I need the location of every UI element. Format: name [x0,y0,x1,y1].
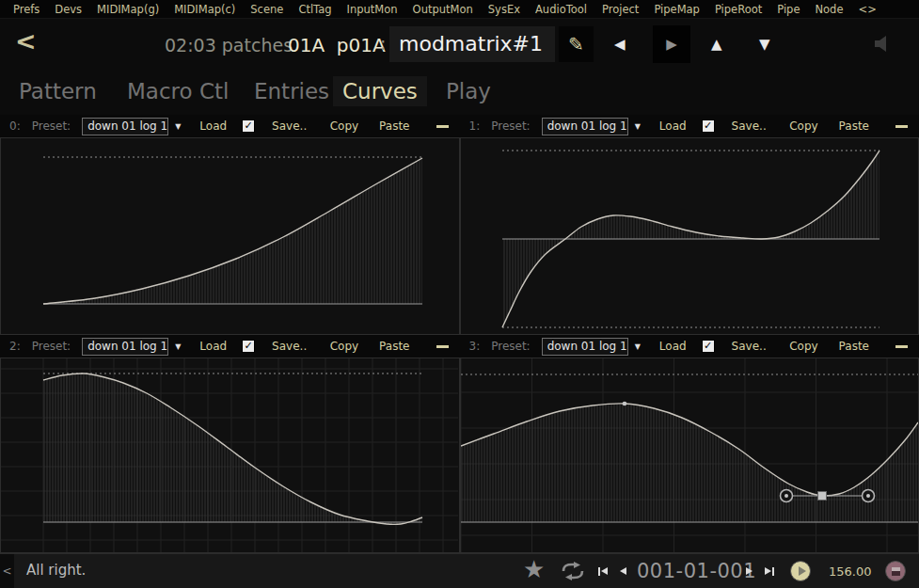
minimize-button[interactable] [436,125,449,128]
speaker-muted-icon[interactable] [875,36,888,56]
curve-editor-3[interactable] [460,358,919,553]
status-message: All right. [26,562,86,579]
chevron-down-icon[interactable]: ▼ [175,122,181,131]
curve-index-label: 0: [9,119,21,133]
loop-icon[interactable] [561,562,585,584]
curve-canvas-row-1 [0,137,919,335]
menu-midimap-c[interactable]: MIDIMap(c) [166,3,243,16]
next-patch-icon: ▶ [666,36,677,53]
preset-value: down 01 log 1 [87,340,167,353]
skip-to-end-icon[interactable] [765,567,774,576]
save-button[interactable]: Save.. [272,340,307,353]
rename-button[interactable]: ✎ [559,26,594,62]
load-button[interactable]: Load [199,119,227,133]
copy-button[interactable]: Copy [330,340,358,353]
save-button[interactable]: Save.. [732,340,767,353]
chevron-down-icon[interactable]: ▼ [635,122,641,131]
previous-bar-icon[interactable] [620,567,626,575]
load-checkbox[interactable]: ✓ [242,340,255,353]
paste-button[interactable]: Paste [379,119,409,133]
status-back-button[interactable]: < [0,554,14,588]
menu-ctltag[interactable]: CtlTag [291,3,339,16]
minimize-button[interactable] [895,345,908,348]
next-patch-button[interactable]: ▶ [653,25,690,63]
curve-editor-2[interactable] [0,358,460,553]
save-button[interactable]: Save.. [272,119,307,133]
curve-2-header: 2: Preset: down 01 log 1 ▼ Load ✓ Save..… [0,335,460,358]
tab-curves[interactable]: Curves [333,76,427,106]
load-checkbox[interactable]: ✓ [242,119,255,133]
chevron-down-icon[interactable]: ▼ [175,342,181,351]
curve-index-label: 2: [9,340,21,353]
paste-button[interactable]: Paste [839,340,869,353]
preset-select[interactable]: down 01 log 1 [82,118,168,135]
up-icon[interactable]: ▲ [711,36,722,53]
curve-editor-1[interactable] [460,137,919,335]
preset-select[interactable]: down 01 log 1 [542,338,628,356]
paste-button[interactable]: Paste [379,340,409,353]
tab-pattern[interactable]: Pattern [19,79,97,103]
play-icon [799,566,806,576]
menu-node[interactable]: Node [807,3,850,16]
menu-project[interactable]: Project [594,3,646,16]
menu-pipe[interactable]: Pipe [769,3,807,16]
patch-name-value: modmatrix#1 [389,26,555,62]
curve-header-row-2: 2: Preset: down 01 log 1 ▼ Load ✓ Save..… [0,335,919,358]
load-button[interactable]: Load [659,340,687,353]
paste-button[interactable]: Paste [839,119,869,133]
chevron-down-icon[interactable]: ▼ [635,342,641,351]
load-checkbox[interactable]: ✓ [702,340,715,353]
menu-inputmon[interactable]: InputMon [340,3,405,16]
minimize-button[interactable] [436,345,449,348]
stop-icon [892,567,900,576]
load-checkbox[interactable]: ✓ [702,119,715,133]
next-bar-icon[interactable] [746,567,753,575]
stop-record-button[interactable] [885,561,906,581]
preset-select[interactable]: down 01 log 1 [82,338,168,356]
menu-devs[interactable]: Devs [47,3,89,16]
save-button[interactable]: Save.. [732,119,767,133]
menu-outputmon[interactable]: OutputMon [405,3,481,16]
star-icon[interactable]: ★ [523,555,545,583]
menu-audiotool[interactable]: AudioTool [528,3,594,16]
skip-to-start-icon[interactable] [598,567,608,576]
tab-macro-ctl[interactable]: Macro Ctl [127,79,229,103]
load-button[interactable]: Load [199,340,227,353]
preset-value: down 01 log 1 [87,119,167,133]
preset-label: Preset: [491,340,530,353]
load-button[interactable]: Load [659,119,687,133]
curve-header-row-1: 0: Preset: down 01 log 1 ▼ Load ✓ Save..… [0,115,919,137]
menu-prefs[interactable]: Prefs [6,3,47,16]
chevron-left-icon: < [2,564,11,578]
menu-bar: Prefs Devs MIDIMap(g) MIDIMap(c) Scene C… [0,0,919,19]
menu-scene[interactable]: Scene [243,3,291,16]
check-icon: ✓ [245,119,253,132]
back-icon[interactable]: < [15,26,37,56]
curve-editor-0[interactable] [0,137,460,335]
patch-name-field[interactable]: modmatrix#1 [389,26,555,62]
menu-brackets[interactable]: <> [851,3,884,16]
tab-entries[interactable]: Entries [254,79,329,103]
patch-header: < 02:03 patches 01A p01A : modmatrix#1 ✎… [0,19,919,71]
minimize-button[interactable] [895,125,908,128]
menu-midimap-g[interactable]: MIDIMap(g) [89,3,166,16]
curve-1-header: 1: Preset: down 01 log 1 ▼ Load ✓ Save..… [460,115,919,137]
copy-button[interactable]: Copy [330,119,358,133]
preset-label: Preset: [491,119,530,133]
curve-index-label: 3: [469,340,481,353]
song-position-counter: 001-01-001 [637,560,756,582]
prev-patch-icon[interactable]: ◀ [614,36,626,53]
menu-sysex[interactable]: SysEx [481,3,528,16]
copy-button[interactable]: Copy [789,340,817,353]
menu-piperoot[interactable]: PipeRoot [707,3,769,16]
curve-3-header: 3: Preset: down 01 log 1 ▼ Load ✓ Save..… [460,335,919,358]
tab-play[interactable]: Play [446,79,491,103]
down-icon[interactable]: ▼ [759,36,770,53]
preset-value: down 01 log 1 [547,340,627,353]
tempo-value[interactable]: 156.00 [829,564,872,579]
preset-select[interactable]: down 01 log 1 [542,118,628,135]
menu-pipemap[interactable]: PipeMap [646,3,707,16]
curve-0-header: 0: Preset: down 01 log 1 ▼ Load ✓ Save..… [0,115,460,137]
copy-button[interactable]: Copy [789,119,817,133]
play-button[interactable] [790,561,811,581]
